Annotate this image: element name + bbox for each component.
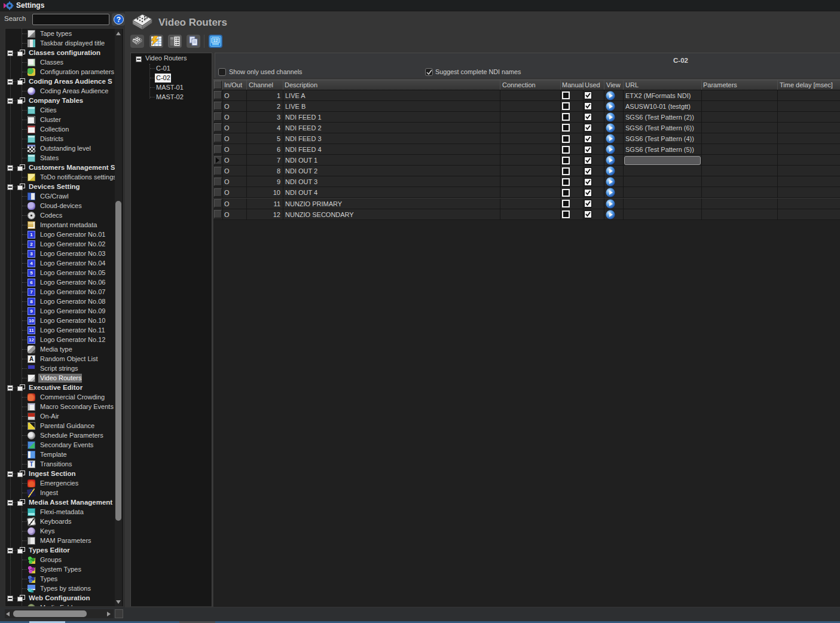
svg-text:12: 12: [213, 38, 218, 42]
